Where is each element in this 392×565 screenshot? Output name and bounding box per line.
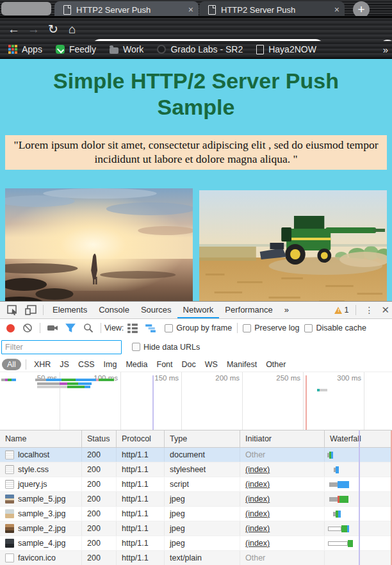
view-list-icon[interactable] [127, 323, 138, 333]
image-thumbnail [5, 524, 14, 533]
view-waterfall-icon[interactable] [145, 323, 156, 333]
type-filter-doc[interactable]: Doc [177, 359, 200, 370]
table-row[interactable]: sample_4.jpg200http/1.1jpeg(index) [0, 536, 392, 551]
file-icon [5, 553, 14, 562]
column-header-type[interactable]: Type [165, 430, 240, 447]
device-toolbar-icon[interactable] [25, 305, 37, 315]
hide-data-urls-label[interactable]: Hide data URLs [143, 343, 200, 352]
image-thumbnail [5, 539, 14, 548]
network-request-table: NameStatusProtocolTypeInitiatorWaterfall… [0, 430, 392, 565]
forward-icon[interactable]: → [28, 18, 40, 41]
bookmark-item[interactable]: Apps [8, 44, 42, 54]
initiator-value[interactable]: (index) [245, 495, 270, 504]
devtools-tab-console[interactable]: Console [93, 302, 135, 318]
divider [40, 323, 40, 333]
group-by-frame-checkbox[interactable] [165, 324, 173, 332]
bookmark-label: Grado Labs - SR2 [170, 44, 243, 54]
devtools-close-icon[interactable]: ✕ [381, 304, 389, 316]
back-icon[interactable]: ← [8, 18, 20, 41]
disable-cache-label[interactable]: Disable cache [316, 323, 366, 332]
bookmark-item[interactable]: Haya2NOW [256, 44, 316, 54]
devtools-tab-sources[interactable]: Sources [135, 302, 177, 318]
initiator-value[interactable]: (index) [245, 465, 270, 474]
overview-request-bar [85, 386, 90, 388]
table-row[interactable]: jquery.js200http/1.1script(index) [0, 477, 392, 492]
initiator-value[interactable]: (index) [245, 480, 270, 489]
type-filter-ws[interactable]: WS [200, 359, 222, 370]
home-icon[interactable]: ⌂ [69, 18, 76, 41]
type-cell: script [165, 477, 240, 491]
table-row[interactable]: sample_5.jpg200http/1.1jpeg(index) [0, 492, 392, 507]
initiator-value[interactable]: (index) [245, 539, 270, 548]
column-header-name[interactable]: Name [0, 430, 82, 447]
search-icon[interactable] [83, 323, 94, 333]
devtools-tab-network[interactable]: Network [177, 302, 220, 318]
column-header-protocol[interactable]: Protocol [117, 430, 165, 447]
devtools-tab-elements[interactable]: Elements [47, 302, 93, 318]
bookmark-item[interactable]: Feedly [56, 44, 96, 54]
type-filter-other[interactable]: Other [261, 359, 290, 370]
preserve-log-checkbox[interactable] [243, 324, 251, 332]
waterfall-bar-segment [328, 527, 341, 531]
console-warning-badge[interactable]: ! 1 [334, 306, 348, 315]
bookmarks-overflow-chevron-icon[interactable]: » [383, 44, 388, 55]
filter-funnel-icon[interactable] [65, 323, 76, 333]
bookmark-item[interactable]: Grado Labs - SR2 [157, 44, 243, 54]
type-filter-js[interactable]: JS [55, 359, 74, 370]
divider [43, 305, 44, 315]
record-network-log-button[interactable] [6, 324, 15, 332]
grid-dot [15, 51, 17, 54]
type-filter-media[interactable]: Media [121, 359, 152, 370]
table-row[interactable]: sample_3.jpg200http/1.1jpeg(index) [0, 507, 392, 521]
initiator-cell: (index) [240, 507, 325, 521]
table-header: NameStatusProtocolTypeInitiatorWaterfall [0, 430, 392, 448]
type-cell: jpeg [165, 492, 240, 506]
filter-input[interactable] [1, 340, 122, 354]
initiator-cell: Other [240, 551, 325, 565]
more-panels-chevron-icon[interactable]: » [279, 302, 295, 318]
table-row[interactable]: sample_2.jpg200http/1.1jpeg(index) [0, 521, 392, 536]
waterfall-bar-segment [339, 496, 348, 503]
screenshot-camera-icon[interactable] [47, 323, 58, 333]
column-header-initiator[interactable]: Initiator [240, 430, 325, 447]
table-row[interactable]: favicon.ico200http/1.1text/plainOther [0, 551, 392, 565]
type-cell: stylesheet [165, 463, 240, 477]
clear-network-log-icon[interactable] [22, 323, 33, 333]
combine-harvester-photo [199, 190, 387, 301]
type-filter-xhr[interactable]: XHR [29, 359, 55, 370]
protocol-cell: http/1.1 [117, 507, 165, 521]
reload-icon[interactable]: ↻ [48, 18, 58, 41]
table-row[interactable]: style.css200http/1.1stylesheet(index) [0, 463, 392, 477]
network-overview-timeline[interactable]: 50 ms100 ms150 ms200 ms250 ms300 ms [0, 372, 392, 430]
tab-close-icon[interactable]: × [334, 4, 339, 15]
overview-request-bar [67, 382, 78, 385]
overview-request-bar [61, 379, 76, 381]
document-icon [5, 480, 14, 489]
waterfall-bar-segment [348, 540, 353, 547]
tab-close-icon[interactable]: × [188, 4, 193, 15]
inspect-element-icon[interactable] [7, 305, 19, 315]
table-row[interactable]: localhost200http/1.1documentOther [0, 448, 392, 463]
waterfall-cell [325, 536, 392, 550]
devtools-tab-performance[interactable]: Performance [219, 302, 278, 318]
type-filter-font[interactable]: Font [152, 359, 177, 370]
column-header-status[interactable]: Status [82, 430, 117, 447]
bookmark-item[interactable]: Work [110, 44, 143, 54]
disable-cache-checkbox[interactable] [304, 324, 313, 332]
preserve-log-label[interactable]: Preserve log [254, 323, 299, 332]
hide-data-urls-checkbox[interactable] [132, 343, 140, 351]
divider [26, 359, 26, 370]
group-by-frame-label[interactable]: Group by frame [176, 323, 232, 332]
type-filter-css[interactable]: CSS [74, 359, 99, 370]
overview-request-bar [60, 382, 67, 385]
initiator-value[interactable]: (index) [245, 509, 270, 518]
type-filter-img[interactable]: Img [99, 359, 122, 370]
overview-request-bar [99, 379, 114, 381]
type-filter-all[interactable]: All [2, 359, 21, 370]
devtools-menu-icon[interactable]: ⋮ [364, 305, 373, 315]
type-filter-manifest[interactable]: Manifest [222, 359, 261, 370]
timeline-gridline [181, 372, 182, 430]
initiator-value[interactable]: (index) [245, 524, 270, 533]
bookmarks-bar: AppsFeedlyWorkGrado Labs - SR2Haya2NOW» [0, 41, 392, 59]
column-header-waterfall[interactable]: Waterfall [325, 430, 392, 447]
